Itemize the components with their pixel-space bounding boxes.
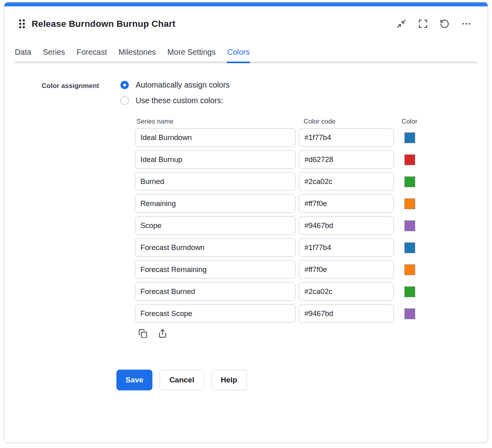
color-code-input[interactable] [299, 260, 394, 279]
color-code-input[interactable] [299, 304, 394, 323]
ellipsis-icon [461, 19, 471, 29]
column-header-color-code: Color code [299, 118, 402, 125]
collapse-arrows-icon [396, 19, 406, 29]
tab-forecast[interactable]: Forecast [76, 48, 107, 62]
help-button[interactable]: Help [211, 370, 247, 390]
rotate-ccw-icon [440, 19, 450, 29]
color-code-input[interactable] [299, 282, 394, 301]
tab-data[interactable]: Data [14, 48, 32, 62]
color-swatch [404, 198, 415, 209]
series-name-input[interactable] [135, 172, 296, 191]
radio-option-1[interactable]: Use these custom colors: [120, 96, 230, 105]
cancel-button[interactable]: Cancel [160, 370, 204, 390]
gadget-accent-bar [4, 2, 488, 6]
series-color-row [135, 172, 488, 191]
gadget-card: Release Burndown Burnup Chart [4, 2, 488, 443]
series-color-row [135, 282, 488, 301]
color-code-input[interactable] [299, 128, 394, 147]
color-code-input[interactable] [299, 172, 394, 191]
tab-more-settings[interactable]: More Settings [167, 48, 216, 62]
series-color-row [135, 194, 488, 213]
series-color-row [135, 216, 488, 235]
copy-button[interactable] [138, 328, 148, 339]
radio-option-label: Use these custom colors: [136, 96, 223, 105]
color-swatch [404, 154, 415, 165]
series-color-row [135, 260, 488, 279]
color-assignment-options: Automatically assign colors Use these cu… [120, 80, 230, 105]
fullscreen-button[interactable] [418, 18, 428, 29]
refresh-button[interactable] [439, 18, 450, 29]
tab-bar: Data Series Forecast Milestones More Set… [14, 48, 477, 63]
tab-colors[interactable]: Colors [227, 48, 250, 62]
custom-colors-table: Series name Color code Color [135, 118, 488, 339]
tab-milestones[interactable]: Milestones [118, 48, 156, 62]
color-assignment-field: Color assignment Automatically assign co… [42, 80, 488, 105]
color-swatch [404, 308, 415, 319]
series-name-input[interactable] [135, 304, 296, 323]
copy-icon [138, 329, 148, 338]
radio-option-label: Automatically assign colors [136, 80, 230, 90]
export-button[interactable] [157, 328, 168, 339]
fullscreen-brackets-icon [418, 19, 428, 29]
color-swatch [404, 242, 415, 253]
series-name-input[interactable] [135, 216, 296, 235]
color-code-input[interactable] [299, 194, 394, 213]
dialog-footer: Save Cancel Help [116, 370, 488, 390]
radio-option-0[interactable]: Automatically assign colors [120, 80, 230, 90]
gadget-header: Release Burndown Burnup Chart [4, 6, 488, 29]
series-name-input[interactable] [135, 282, 296, 301]
series-color-row [135, 128, 488, 147]
color-code-input[interactable] [299, 238, 394, 257]
table-actions [138, 328, 488, 339]
radio-icon[interactable] [120, 96, 129, 105]
series-name-input[interactable] [135, 238, 296, 257]
color-swatch [404, 220, 415, 231]
radio-icon[interactable] [120, 81, 129, 89]
share-up-arrow-icon [158, 329, 167, 338]
drag-handle-icon[interactable] [18, 18, 26, 29]
color-swatch [404, 264, 415, 275]
series-name-input[interactable] [135, 128, 296, 147]
color-swatch [404, 132, 415, 143]
color-code-input[interactable] [299, 216, 394, 235]
column-header-color: Color [402, 118, 417, 125]
color-swatch [404, 286, 415, 297]
color-swatch [404, 176, 415, 187]
series-color-row [135, 238, 488, 257]
gadget-title: Release Burndown Burnup Chart [32, 19, 176, 29]
series-name-input[interactable] [135, 194, 296, 213]
column-header-series-name: Series name [135, 118, 299, 125]
series-color-row [135, 304, 488, 323]
color-assignment-label: Color assignment [42, 80, 120, 105]
minimize-button[interactable] [396, 18, 407, 29]
series-name-input[interactable] [135, 150, 296, 169]
series-color-row [135, 150, 488, 169]
save-button[interactable]: Save [116, 370, 152, 390]
series-name-input[interactable] [135, 260, 296, 279]
color-code-input[interactable] [299, 150, 394, 169]
more-options-button[interactable] [461, 18, 472, 29]
tab-series[interactable]: Series [42, 48, 65, 62]
table-header-row: Series name Color code Color [135, 118, 488, 125]
